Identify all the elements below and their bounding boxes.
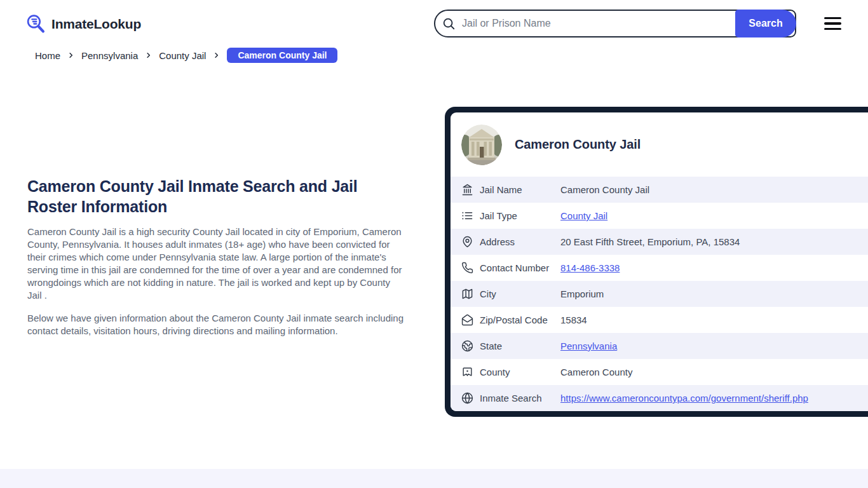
county-icon (461, 366, 480, 378)
footer-strip (0, 469, 868, 488)
row-label: Jail Type (480, 210, 560, 221)
row-label: Address (480, 236, 560, 247)
brand-name: InmateLookup (51, 17, 141, 32)
jail-photo (461, 125, 502, 165)
hamburger-icon (824, 17, 842, 30)
bank-icon (461, 184, 480, 196)
row-value: Pennsylvania (560, 341, 868, 351)
page: InmateLookup Search Home Pennsylvania Co… (0, 0, 868, 488)
search-button[interactable]: Search (735, 10, 796, 37)
magnifier-lines-icon (25, 13, 46, 34)
breadcrumb: Home Pennsylvania County Jail Cameron Co… (35, 48, 337, 63)
article-body: Cameron County Jail is a high security C… (27, 226, 405, 337)
row-label: Jail Name (480, 184, 560, 195)
chevron-right-icon (213, 51, 220, 59)
breadcrumb-county-jail[interactable]: County Jail (159, 50, 206, 61)
jail-card-header: Cameron County Jail (451, 112, 868, 177)
table-row: Jail Type County Jail (451, 203, 868, 229)
map-icon (461, 288, 480, 300)
row-value: https://www.cameroncountypa.com/governme… (560, 393, 868, 403)
row-value: County Jail (560, 210, 868, 221)
intro-paragraph: Cameron County Jail is a high security C… (27, 226, 405, 302)
row-label: State (480, 341, 560, 351)
brand-logo[interactable]: InmateLookup (25, 13, 141, 34)
chevron-right-icon (145, 51, 152, 59)
table-row: County Cameron County (451, 359, 868, 385)
row-value-link[interactable]: 814-486-3338 (560, 262, 620, 273)
table-row: Contact Number 814-486-3338 (451, 255, 868, 281)
list-icon (461, 210, 480, 222)
row-label: City (480, 288, 560, 299)
breadcrumb-home[interactable]: Home (35, 50, 60, 61)
web-icon (461, 392, 480, 404)
map-pin-icon (461, 236, 480, 248)
phone-icon (461, 262, 480, 274)
table-row: Inmate Search https://www.cameroncountyp… (451, 385, 868, 411)
row-value-link[interactable]: Pennsylvania (560, 341, 617, 351)
row-label: County (480, 367, 560, 377)
menu-button[interactable] (824, 16, 842, 31)
table-row: Zip/Postal Code 15834 (451, 307, 868, 333)
jail-info-table: Jail Name Cameron County Jail Jail Type … (451, 177, 868, 411)
row-value: 814-486-3338 (560, 262, 868, 273)
row-label: Zip/Postal Code (480, 315, 560, 325)
breadcrumb-current-badge: Cameron County Jail (227, 48, 337, 63)
row-value-link[interactable]: County Jail (560, 210, 607, 221)
jail-info-card: Cameron County Jail Jail Name Cameron Co… (445, 107, 868, 417)
jail-card-title: Cameron County Jail (515, 137, 641, 152)
row-value: Cameron County (560, 367, 868, 377)
row-value: Emporium (560, 288, 868, 299)
table-row: Jail Name Cameron County Jail (451, 177, 868, 203)
info-paragraph: Below we have given information about th… (27, 312, 405, 337)
globe-icon (461, 340, 480, 352)
page-title: Cameron County Jail Inmate Search and Ja… (27, 176, 409, 217)
row-value: 15834 (560, 315, 868, 325)
search-bar: Search (434, 10, 796, 37)
table-row: Address 20 East Fifth Street, Emporium, … (451, 229, 868, 255)
row-label: Inmate Search (480, 393, 560, 403)
row-value: Cameron County Jail (560, 184, 868, 195)
row-label: Contact Number (480, 262, 560, 273)
row-value: 20 East Fifth Street, Emporium, PA, 1583… (560, 236, 868, 247)
table-row: State Pennsylvania (451, 333, 868, 359)
chevron-right-icon (67, 51, 74, 59)
row-value-link[interactable]: https://www.cameroncountypa.com/governme… (560, 393, 808, 403)
mail-open-icon (461, 314, 480, 326)
table-row: City Emporium (451, 281, 868, 307)
breadcrumb-pennsylvania[interactable]: Pennsylvania (81, 50, 138, 61)
